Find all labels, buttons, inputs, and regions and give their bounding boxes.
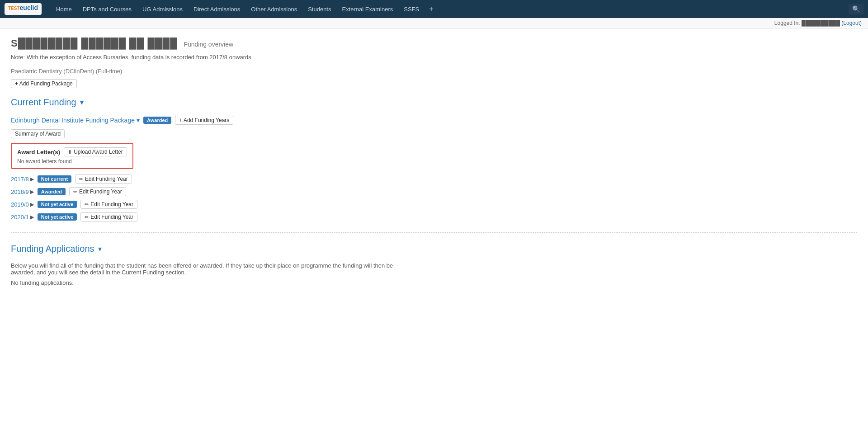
logo-prefix: TEST — [8, 6, 20, 11]
award-letters-box: Award Letter(s) Upload Award Letter No a… — [11, 143, 133, 169]
logged-in-prefix: Logged In: — [774, 20, 802, 26]
funding-year-label-2[interactable]: 2019/0 ▶ — [11, 201, 34, 208]
nav-dpts-courses[interactable]: DPTs and Courses — [77, 0, 137, 18]
current-funding-chevron-icon[interactable]: ▾ — [80, 98, 84, 107]
funding-year-status-badge-2: Not yet active — [38, 201, 77, 208]
upload-award-letter-button[interactable]: Upload Award Letter — [64, 147, 127, 156]
edit-icon-0 — [79, 176, 83, 182]
funding-year-arrow-icon-2: ▶ — [30, 202, 34, 207]
funding-year-row-2: 2019/0 ▶ Not yet active Edit Funding Yea… — [11, 200, 857, 209]
funding-year-arrow-icon-0: ▶ — [30, 176, 34, 182]
current-funding-heading: Current Funding ▾ — [11, 97, 857, 108]
summary-of-award-button[interactable]: Summary of Award — [11, 129, 65, 138]
add-funding-years-button[interactable]: + Add Funding Years — [175, 116, 233, 125]
edit-icon-3 — [85, 214, 89, 220]
logout-link[interactable]: (Logout) — [841, 20, 862, 26]
funding-package-header: Edinburgh Dental Institute Funding Packa… — [11, 116, 857, 125]
funding-year-arrow-icon-3: ▶ — [30, 214, 34, 220]
programme-label: Paediatric Dentistry (DClinDent) (Full-t… — [11, 68, 857, 75]
funding-years-list: 2017/8 ▶ Not current Edit Funding Year 2… — [11, 174, 857, 221]
search-button[interactable]: 🔍 — [849, 4, 863, 14]
nav-ug-admissions[interactable]: UG Admissions — [137, 0, 188, 18]
upload-icon — [68, 149, 72, 155]
funding-applications-chevron-icon[interactable]: ▾ — [98, 245, 102, 253]
logged-in-bar: Logged In: ██████████ (Logout) — [0, 18, 868, 28]
funding-package-name[interactable]: Edinburgh Dental Institute Funding Packa… — [11, 117, 140, 124]
main-nav: TESTeuclid Home DPTs and Courses UG Admi… — [0, 0, 868, 18]
page-subtitle: Funding overview — [184, 41, 233, 48]
funding-applications-description: Below you will find all of the funding t… — [11, 262, 418, 276]
page-header: S████████ ██████ ██ ████ Funding overvie… — [11, 38, 857, 49]
nav-plus-button[interactable]: + — [425, 5, 438, 13]
funding-applications-empty-text: No funding applications. — [11, 279, 857, 286]
nav-external-examiners[interactable]: External Examiners — [337, 0, 399, 18]
section-divider — [11, 232, 857, 233]
funding-year-status-badge-0: Not current — [38, 175, 71, 183]
edit-icon-1 — [73, 188, 77, 195]
award-letters-empty-text: No award letters found — [17, 158, 127, 165]
funding-year-status-badge-3: Not yet active — [38, 213, 77, 221]
logo[interactable]: TESTeuclid — [5, 3, 42, 14]
funding-year-label-3[interactable]: 2020/1 ▶ — [11, 214, 34, 221]
funding-applications-heading: Funding Applications ▾ — [11, 244, 857, 254]
student-name: S████████ ██████ ██ ████ — [11, 38, 178, 49]
edit-icon-2 — [85, 201, 89, 207]
edit-funding-year-button-2[interactable]: Edit Funding Year — [80, 200, 137, 209]
add-funding-package-button[interactable]: + Add Funding Package — [11, 79, 77, 88]
logged-in-username: ██████████ — [802, 20, 840, 26]
edit-funding-year-button-0[interactable]: Edit Funding Year — [75, 174, 132, 184]
edit-funding-year-button-1[interactable]: Edit Funding Year — [69, 187, 126, 196]
nav-ssfs[interactable]: SSFS — [398, 0, 425, 18]
logo-name: euclid — [20, 4, 38, 11]
funding-year-label-0[interactable]: 2017/8 ▶ — [11, 176, 34, 183]
funding-package-status-badge: Awarded — [143, 117, 171, 124]
award-letters-title: Award Letter(s) Upload Award Letter — [17, 147, 127, 156]
nav-other-admissions[interactable]: Other Admissions — [245, 0, 302, 18]
funding-package-chevron-icon: ▾ — [137, 117, 140, 124]
main-content: S████████ ██████ ██ ████ Funding overvie… — [0, 28, 868, 295]
funding-year-row-0: 2017/8 ▶ Not current Edit Funding Year — [11, 174, 857, 184]
nav-home[interactable]: Home — [51, 0, 77, 18]
funding-year-label-1[interactable]: 2018/9 ▶ — [11, 188, 34, 195]
nav-links: Home DPTs and Courses UG Admissions Dire… — [51, 0, 849, 18]
edit-funding-year-button-3[interactable]: Edit Funding Year — [80, 212, 137, 221]
funding-applications-title: Funding Applications — [11, 244, 94, 254]
current-funding-title: Current Funding — [11, 97, 76, 108]
funding-year-row-1: 2018/9 ▶ Awarded Edit Funding Year — [11, 187, 857, 196]
nav-direct-admissions[interactable]: Direct Admissions — [188, 0, 245, 18]
funding-year-row-3: 2020/1 ▶ Not yet active Edit Funding Yea… — [11, 212, 857, 221]
nav-students[interactable]: Students — [302, 0, 336, 18]
page-note: Note: With the exception of Access Bursa… — [11, 54, 857, 61]
funding-year-status-badge-1: Awarded — [38, 188, 66, 195]
funding-year-arrow-icon-1: ▶ — [30, 189, 34, 195]
